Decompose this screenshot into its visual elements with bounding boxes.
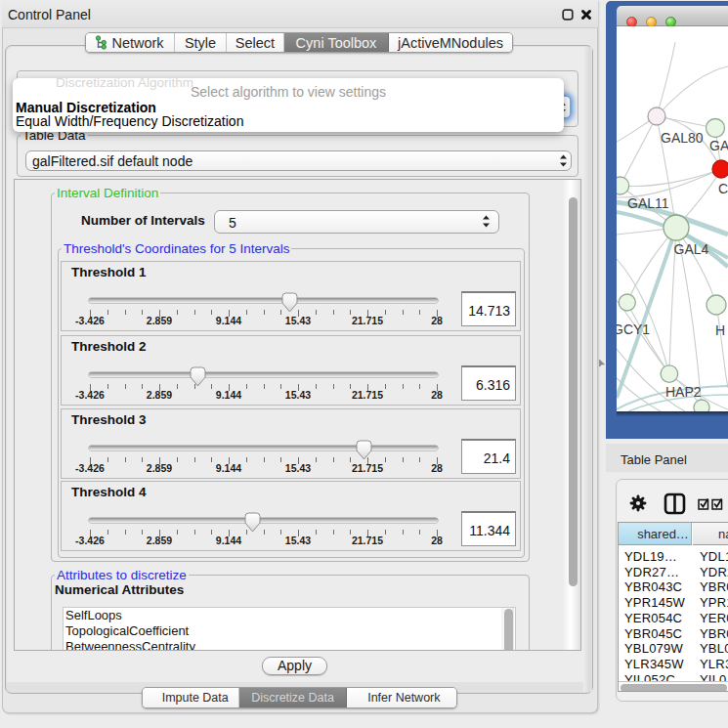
svg-text:GAL11: GAL11 [627,195,669,211]
svg-text:GCY1: GCY1 [617,321,650,337]
svg-text:GAL4: GAL4 [674,241,709,257]
svg-text:GAL80: GAL80 [661,130,704,146]
svg-text:C: C [718,181,728,196]
svg-text:H: H [715,322,725,338]
svg-text:HAP2: HAP2 [665,384,702,400]
svg-text:GA: GA [709,138,728,153]
